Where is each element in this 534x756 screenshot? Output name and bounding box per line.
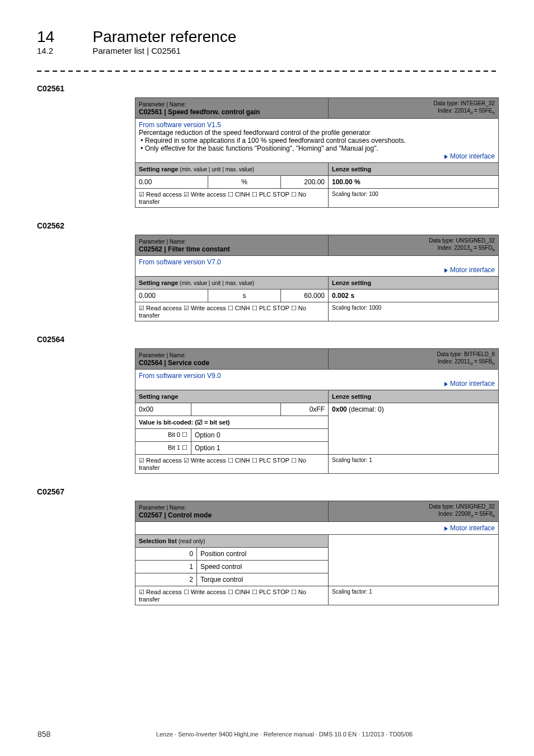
description-text: Percentage reduction of the speed feedfo… [139, 129, 371, 137]
footer-text: Lenze · Servo-Inverter 9400 HighLine · R… [156, 731, 413, 738]
software-version-link[interactable]: From software version V9.0 [139, 372, 221, 380]
param-code: C02564 [37, 335, 497, 344]
param-name: C02562 | Filter time constant [139, 245, 230, 253]
bullet: • Only effective for the basic functions… [139, 144, 378, 152]
setting-range-header: Setting range [139, 393, 178, 400]
name-label: Parameter | Name: [139, 239, 186, 245]
bit-label: Bit 0 ☐ [135, 429, 191, 442]
section-title: Parameter list | C02561 [92, 46, 180, 55]
range-min: 0x00 [135, 403, 191, 416]
data-type: Data type: INTEGER_32 [434, 100, 495, 106]
range-max: 0xFF [281, 403, 329, 416]
range-min: 0.000 [135, 290, 208, 302]
name-label: Parameter | Name: [139, 352, 186, 358]
bit-option: Option 0 [191, 429, 329, 442]
data-type: Data type: UNSIGNED_32 [429, 237, 495, 244]
param-table: Parameter | Name: C02562 | Filter time c… [135, 235, 499, 321]
triangle-icon [444, 524, 450, 532]
page-header: 14 Parameter reference 14.2 Parameter li… [37, 28, 497, 56]
param-code: C02567 [37, 487, 497, 496]
lenze-setting-header: Lenze setting [332, 166, 371, 172]
name-label: Parameter | Name: [139, 101, 186, 108]
lenze-setting-header: Lenze setting [332, 393, 371, 400]
list-value: Torque control [197, 573, 329, 586]
setting-range-header: Setting range [139, 166, 178, 172]
range-max: 200.00 [281, 176, 329, 189]
param-code: C02561 [37, 84, 497, 93]
param-name: C02561 | Speed feedforw. control gain [139, 108, 260, 116]
page-footer: 858 Lenze · Servo-Inverter 9400 HighLine… [37, 729, 497, 739]
triangle-icon [444, 380, 450, 388]
param-name: C02567 | Control mode [139, 511, 212, 519]
motor-interface-link[interactable]: Motor interface [450, 524, 495, 532]
selection-list-header: Selection list [139, 538, 177, 544]
page-number: 858 [38, 730, 50, 739]
index: Index: 22014d = 55FEh [438, 108, 495, 114]
scaling-factor: Scaling factor: 1 [329, 455, 499, 474]
list-index: 2 [135, 573, 197, 586]
access-flags: ☑ Read access ☑ Write access ☐ CINH ☐ PL… [135, 189, 329, 208]
lenze-setting-header: Lenze setting [332, 279, 371, 286]
list-index: 0 [135, 548, 197, 561]
name-label: Parameter | Name: [139, 505, 186, 511]
param-table: Parameter | Name: C02561 | Speed feedfor… [135, 97, 499, 208]
index: Index: 22008d = 55F8h [438, 511, 495, 517]
bullet: • Required in some applications if a 100… [139, 137, 406, 144]
software-version-link[interactable]: From software version V1.5 [139, 121, 221, 129]
motor-interface-link[interactable]: Motor interface [450, 152, 495, 160]
motor-interface-link[interactable]: Motor interface [450, 380, 495, 388]
list-value: Speed control [197, 561, 329, 573]
scaling-factor: Scaling factor: 1 [329, 586, 499, 605]
triangle-icon [444, 266, 450, 274]
index: Index: 22013d = 55FDh [437, 245, 495, 251]
access-flags: ☑ Read access ☑ Write access ☐ CINH ☐ PL… [135, 302, 329, 321]
range-unit: s [208, 290, 281, 302]
param-table: Parameter | Name: C02567 | Control mode … [135, 501, 499, 605]
range-unit: % [208, 176, 281, 189]
range-unit [191, 403, 281, 416]
bit-label: Bit 1 ☐ [135, 442, 191, 455]
lenze-value: 0x00 [332, 405, 347, 413]
data-type: Data type: UNSIGNED_32 [429, 503, 495, 510]
scaling-factor: Scaling factor: 1000 [329, 302, 499, 321]
chapter-number: 14 [37, 28, 90, 46]
software-version-link[interactable]: From software version V7.0 [139, 258, 221, 266]
triangle-icon [444, 152, 450, 160]
param-code: C02562 [37, 221, 497, 230]
range-min: 0.00 [135, 176, 208, 189]
param-table: Parameter | Name: C02564 | Service code … [135, 348, 499, 474]
bit-coded-header: Value is bit-coded: (☑ = bit set) [139, 419, 230, 426]
range-max: 60.000 [281, 290, 329, 302]
lenze-value: 0.002 s [332, 292, 354, 300]
index: Index: 22011d = 55FBh [438, 358, 495, 365]
list-value: Position control [197, 548, 329, 561]
data-type: Data type: BITFIELD_8 [437, 351, 495, 357]
motor-interface-link[interactable]: Motor interface [450, 266, 495, 274]
bit-option: Option 1 [191, 442, 329, 455]
lenze-value: 100.00 % [332, 178, 360, 186]
access-flags: ☑ Read access ☐ Write access ☐ CINH ☐ PL… [135, 586, 329, 605]
access-flags: ☑ Read access ☑ Write access ☐ CINH ☐ PL… [135, 455, 329, 474]
section-number: 14.2 [37, 46, 90, 55]
chapter-title: Parameter reference [92, 28, 236, 45]
scaling-factor: Scaling factor: 100 [329, 189, 499, 208]
setting-range-header: Setting range [139, 279, 178, 286]
param-name: C02564 | Service code [139, 359, 209, 367]
list-index: 1 [135, 561, 197, 573]
